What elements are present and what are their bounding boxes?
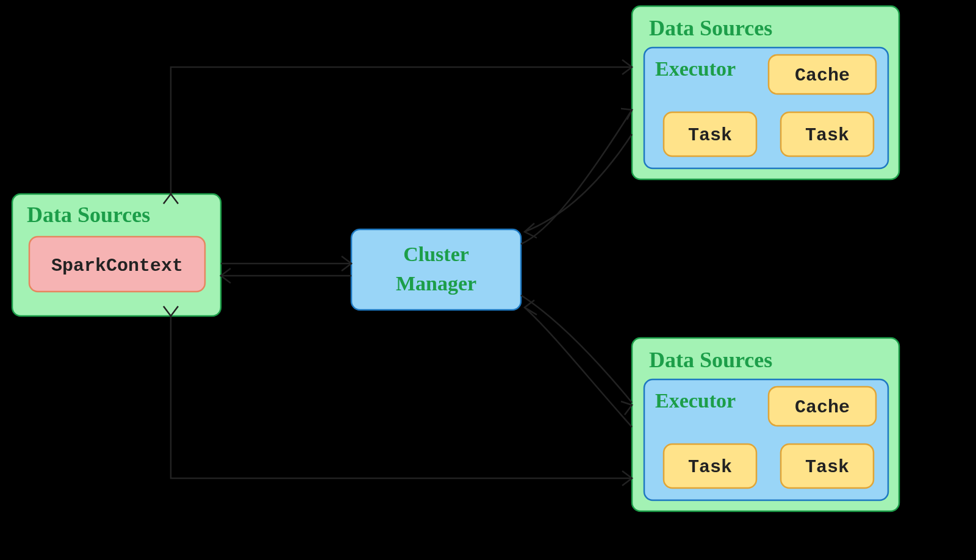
arrow-driver-cluster — [221, 256, 351, 283]
worker2-task1: Task — [688, 457, 732, 478]
cluster-manager-line2: Manager — [396, 272, 476, 295]
worker2-task2: Task — [805, 457, 849, 478]
worker2-executor: Executor — [655, 389, 736, 412]
arrow-cluster-worker1 — [521, 109, 632, 244]
worker1-title: Data Sources — [649, 16, 772, 40]
arrow-cluster-worker2 — [521, 295, 632, 427]
worker1-task2: Task — [805, 125, 849, 146]
spark-context-label: SparkContext — [51, 256, 183, 276]
worker2-cache: Cache — [795, 397, 850, 418]
driver-node: Data Sources SparkContext — [12, 194, 221, 316]
arrow-driver-worker2 — [163, 306, 632, 486]
cluster-manager-line1: Cluster — [403, 243, 469, 265]
arrow-driver-worker1 — [163, 60, 632, 204]
worker-node-1: Data Sources Executor Cache Task Task — [632, 6, 899, 179]
worker-node-2: Data Sources Executor Cache Task Task — [632, 338, 899, 511]
worker1-executor: Executor — [655, 57, 736, 80]
worker1-cache: Cache — [795, 65, 850, 86]
driver-title: Data Sources — [27, 203, 150, 227]
cluster-manager-node: Cluster Manager — [351, 229, 521, 310]
worker2-title: Data Sources — [649, 348, 772, 372]
worker1-task1: Task — [688, 125, 732, 146]
svg-rect-2 — [351, 229, 521, 310]
